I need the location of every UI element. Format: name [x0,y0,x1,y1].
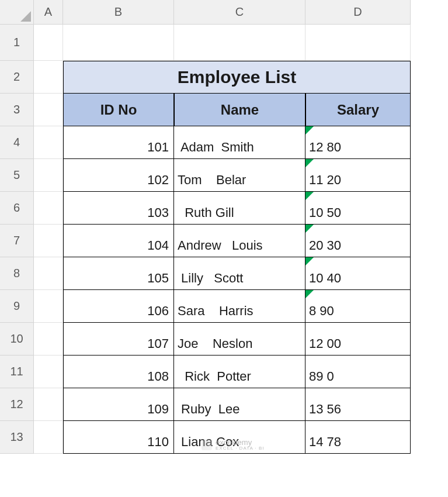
cell-id[interactable]: 108 [63,356,174,388]
watermark-icon [202,440,212,450]
cell-salary[interactable]: 89 0 [305,356,411,388]
row-header-9[interactable]: 9 [0,290,34,323]
row-header-2[interactable]: 2 [0,61,34,94]
cell-A13[interactable] [34,421,63,454]
error-indicator-icon [305,290,314,298]
cell-id[interactable]: 103 [63,192,174,225]
table-header-salary[interactable]: Salary [305,94,411,126]
watermark-tagline: EXCEL · DATA · BI [216,446,265,451]
row-header-6[interactable]: 6 [0,192,34,225]
cell-name[interactable]: Tom Belar [174,159,305,192]
cell-name[interactable]: Andrew Louis [174,225,305,257]
cell-salary[interactable]: 11 20 [305,159,411,192]
cell-salary[interactable]: 8 90 [305,290,411,323]
watermark: exceldemy EXCEL · DATA · BI [202,439,265,451]
cell-name[interactable]: Rick Potter [174,356,305,388]
cell-A8[interactable] [34,257,63,290]
cell-name[interactable]: Adam Smith [174,126,305,159]
cell-A11[interactable] [34,356,63,388]
cell-A10[interactable] [34,323,63,356]
cell-A4[interactable] [34,126,63,159]
cell-salary[interactable]: 12 80 [305,126,411,159]
cell-id[interactable]: 107 [63,323,174,356]
error-indicator-icon [305,225,314,233]
row-header-5[interactable]: 5 [0,159,34,192]
row-header-12[interactable]: 12 [0,388,34,421]
table-header-id[interactable]: ID No [63,94,174,126]
column-header-a[interactable]: A [34,0,63,25]
cell-salary[interactable]: 12 00 [305,323,411,356]
column-header-b[interactable]: B [63,0,174,25]
error-indicator-icon [305,192,314,200]
cell-salary[interactable]: 13 56 [305,388,411,421]
cell-salary[interactable]: 10 40 [305,257,411,290]
cell-A2[interactable] [34,61,63,94]
cell-B1[interactable] [63,25,174,61]
cell-A12[interactable] [34,388,63,421]
cell-salary[interactable]: 20 30 [305,225,411,257]
cell-A9[interactable] [34,290,63,323]
row-header-10[interactable]: 10 [0,323,34,356]
error-indicator-icon [305,159,314,167]
select-all-button[interactable] [0,0,34,25]
cell-name[interactable]: Ruth Gill [174,192,305,225]
cell-A7[interactable] [34,225,63,257]
cell-id[interactable]: 105 [63,257,174,290]
cell-A5[interactable] [34,159,63,192]
cell-name[interactable]: Lilly Scott [174,257,305,290]
cell-id[interactable]: 106 [63,290,174,323]
cell-id[interactable]: 102 [63,159,174,192]
table-header-name[interactable]: Name [174,94,305,126]
error-indicator-icon [305,257,314,265]
cell-id[interactable]: 109 [63,388,174,421]
row-header-7[interactable]: 7 [0,225,34,257]
row-header-8[interactable]: 8 [0,257,34,290]
cell-A3[interactable] [34,94,63,126]
cell-name[interactable]: Ruby Lee [174,388,305,421]
cell-A6[interactable] [34,192,63,225]
column-header-c[interactable]: C [174,0,305,25]
error-indicator-icon [305,126,314,134]
cell-id[interactable]: 110 [63,421,174,454]
cell-salary[interactable]: 10 50 [305,192,411,225]
row-header-13[interactable]: 13 [0,421,34,454]
row-header-11[interactable]: 11 [0,356,34,388]
cell-id[interactable]: 101 [63,126,174,159]
row-header-3[interactable]: 3 [0,94,34,126]
cell-name[interactable]: Sara Harris [174,290,305,323]
cell-id[interactable]: 104 [63,225,174,257]
row-header-4[interactable]: 4 [0,126,34,159]
cell-C1[interactable] [174,25,305,61]
cell-A1[interactable] [34,25,63,61]
column-header-d[interactable]: D [305,0,411,25]
cell-salary[interactable]: 14 78 [305,421,411,454]
cell-name[interactable]: Joe Neslon [174,323,305,356]
row-header-1[interactable]: 1 [0,25,34,61]
cell-D1[interactable] [305,25,411,61]
table-title[interactable]: Employee List [63,61,411,94]
